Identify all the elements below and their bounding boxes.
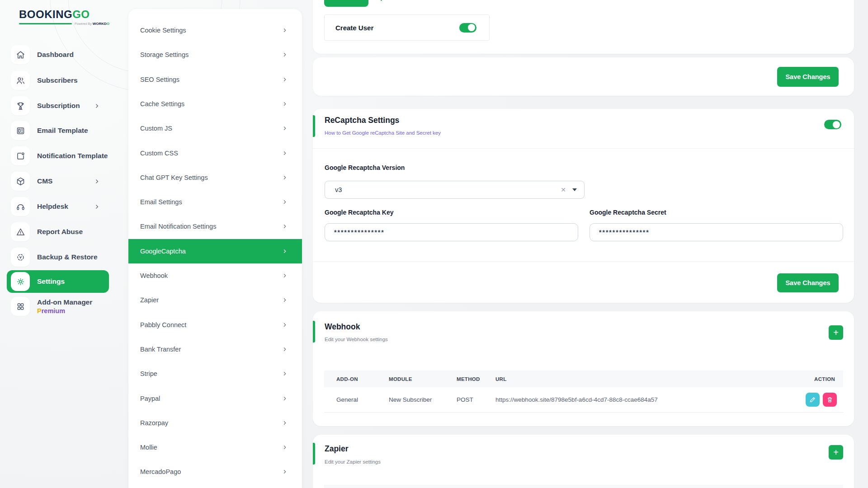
pencil-icon <box>809 396 816 403</box>
settings-nav-label: Webhook <box>140 272 168 279</box>
chevron-right-icon <box>282 322 288 328</box>
sidebar-item-subscription[interactable]: Subscription <box>11 96 117 115</box>
chevron-down-icon[interactable] <box>572 188 577 191</box>
sidebar-item-label: Backup & Restore <box>37 253 98 261</box>
settings-nav-item-stripe[interactable]: Stripe <box>128 361 302 386</box>
settings-nav-item-seo-settings[interactable]: SEO Settings <box>128 67 302 92</box>
sidebar-item-label: Dashboard <box>37 51 74 59</box>
settings-nav-label: GoogleCaptcha <box>140 248 186 255</box>
sidebar-item-backup-and-restore[interactable]: Backup & Restore <box>11 248 117 267</box>
recaptcha-help-link[interactable]: How to Get Google reCaptcha Site and Sec… <box>325 130 441 136</box>
edit-webhook-button[interactable] <box>806 393 820 407</box>
settings-nav-item-email-notification-settings[interactable]: Email Notification Settings <box>128 214 302 239</box>
sidebar-item-label: Subscription <box>37 102 80 110</box>
recaptcha-key-field[interactable] <box>325 223 578 241</box>
tab-general[interactable]: General <box>324 0 368 7</box>
notification-icon <box>11 146 30 165</box>
cell-module: New Subscriber <box>389 396 457 403</box>
brand-logo[interactable]: BOOKINGGO Powered By WORKDO <box>19 8 109 26</box>
chevron-right-icon <box>94 178 100 184</box>
section-accent-bar <box>313 321 315 343</box>
sidebar-item-email-template[interactable]: Email Template <box>11 121 117 140</box>
sidebar-item-cms[interactable]: CMS <box>11 172 117 191</box>
recaptcha-section-title: ReCaptcha Settings <box>325 116 399 125</box>
recaptcha-enable-toggle[interactable] <box>824 120 841 129</box>
settings-nav-item-custom-css[interactable]: Custom CSS <box>128 141 302 165</box>
clear-selection-icon[interactable]: ✕ <box>561 186 566 193</box>
add-webhook-button[interactable]: + <box>829 325 843 340</box>
settings-nav-label: Stripe <box>140 370 157 377</box>
settings-nav-label: Custom CSS <box>140 150 178 157</box>
settings-nav-item-googlecaptcha[interactable]: GoogleCaptcha <box>128 239 302 263</box>
headset-icon <box>11 197 30 216</box>
sidebar-item-text: Add-on ManagerPremium <box>37 298 92 314</box>
cell-method: POST <box>457 396 495 403</box>
sidebar-item-helpdesk[interactable]: Helpdesk <box>11 197 117 216</box>
recaptcha-save-button[interactable]: Save Changes <box>777 273 839 292</box>
chevron-right-icon <box>282 199 288 205</box>
sidebar-item-label: Add-on Manager <box>37 298 92 306</box>
settings-nav-label: Email Notification Settings <box>140 223 216 230</box>
chevron-right-icon <box>282 347 288 352</box>
create-user-label: Create User <box>335 24 459 32</box>
general-settings-card: General Helpdesk Create User <box>313 0 854 54</box>
delete-webhook-button[interactable] <box>823 393 837 407</box>
settings-nav-item-cache-settings[interactable]: Cache Settings <box>128 92 302 116</box>
add-zapier-button[interactable]: + <box>829 445 843 460</box>
settings-nav-item-email-settings[interactable]: Email Settings <box>128 190 302 214</box>
cell-addon: General <box>324 396 389 403</box>
powered-by-text: Powered By WORKDO <box>75 22 109 26</box>
recaptcha-secret-field[interactable] <box>590 223 843 241</box>
sidebar-item-subscribers[interactable]: Subscribers <box>11 71 117 90</box>
tab-helpdesk[interactable]: Helpdesk <box>370 0 400 7</box>
settings-nav-item-razorpay[interactable]: Razorpay <box>128 411 302 435</box>
col-addon: ADD-ON <box>324 376 389 382</box>
settings-nav-item-coingate[interactable]: Coingate <box>128 484 302 488</box>
logo-underline <box>19 23 72 24</box>
chevron-right-icon <box>282 371 288 376</box>
chevron-right-icon <box>282 175 288 180</box>
sidebar-item-label: Report Abuse <box>37 228 83 236</box>
home-icon <box>11 45 30 64</box>
settings-nav-item-mollie[interactable]: Mollie <box>128 435 302 460</box>
col-action: ACTION <box>785 376 843 382</box>
settings-nav-item-storage-settings[interactable]: Storage Settings <box>128 42 302 67</box>
recaptcha-secret-label: Google Recaptcha Secret <box>590 209 666 216</box>
settings-nav-item-zapier[interactable]: Zapier <box>128 288 302 312</box>
create-user-toggle[interactable] <box>459 23 476 33</box>
settings-nav-label: SEO Settings <box>140 76 179 83</box>
recaptcha-version-label: Google Recaptcha Version <box>325 164 405 171</box>
webhook-section-title: Webhook <box>325 322 360 332</box>
recaptcha-version-select[interactable]: v3 ✕ <box>325 181 585 199</box>
sidebar-item-notification-template[interactable]: Notification Template <box>11 146 117 165</box>
zapier-card: Zapier Edit your Zapier settings + <box>313 435 854 488</box>
settings-nav-label: MercadoPago <box>140 468 181 475</box>
chevron-right-icon <box>282 77 288 82</box>
sidebar-item-add-on-manager[interactable]: Add-on ManagerPremium <box>11 295 117 318</box>
chevron-right-icon <box>94 204 100 210</box>
sidebar-item-label: Settings <box>37 277 65 286</box>
settings-nav-item-custom-js[interactable]: Custom JS <box>128 116 302 141</box>
col-url: URL <box>495 376 785 382</box>
cell-url: https://webhook.site/8798e5bf-a6cd-4cd7-… <box>495 396 785 403</box>
zapier-section-subtitle: Edit your Zapier settings <box>325 459 381 465</box>
template-icon <box>11 121 30 140</box>
chevron-right-icon <box>282 469 288 474</box>
sidebar-item-report-abuse[interactable]: Report Abuse <box>11 222 117 241</box>
sidebar-item-dashboard[interactable]: Dashboard <box>11 45 117 64</box>
settings-nav-label: Custom JS <box>140 125 172 132</box>
settings-nav-item-paypal[interactable]: Paypal <box>128 386 302 411</box>
sidebar-item-settings[interactable]: Settings <box>7 270 109 293</box>
settings-nav-item-chat-gpt-key-settings[interactable]: Chat GPT Key Settings <box>128 165 302 190</box>
settings-nav-item-pabbly-connect[interactable]: Pabbly Connect <box>128 313 302 337</box>
settings-nav-item-webhook[interactable]: Webhook <box>128 263 302 288</box>
recaptcha-version-value: v3 <box>335 186 342 193</box>
save-changes-button[interactable]: Save Changes <box>777 67 839 87</box>
settings-nav-item-mercadopago[interactable]: MercadoPago <box>128 460 302 484</box>
backup-icon <box>11 248 30 267</box>
settings-nav-item-cookie-settings[interactable]: Cookie Settings <box>128 18 302 42</box>
cell-action <box>785 393 843 407</box>
divider <box>313 148 854 149</box>
brand-logo-subline: Powered By WORKDO <box>19 22 109 26</box>
settings-nav-item-bank-transfer[interactable]: Bank Transfer <box>128 337 302 361</box>
